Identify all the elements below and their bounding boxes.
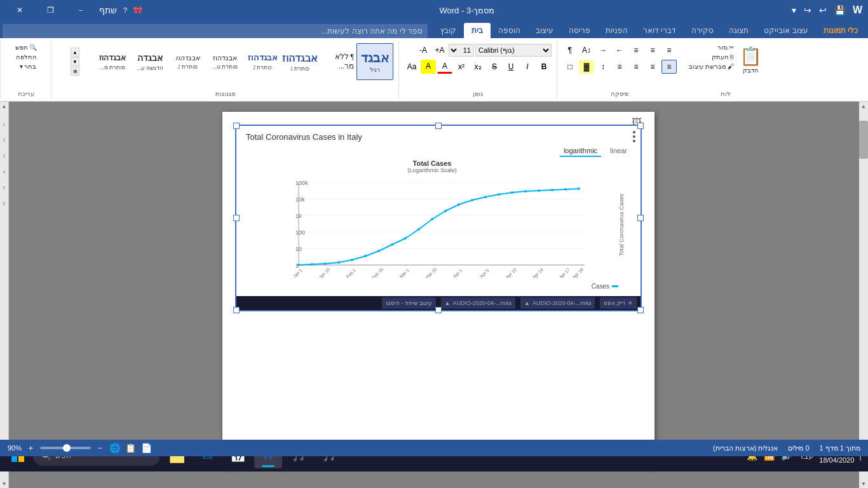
find-button[interactable]: 🔍חפש — [13, 43, 39, 51]
paste-button[interactable]: 📋 הדבק — [737, 43, 764, 76]
chart-container[interactable]: Total Coronavirus Cases in Italy linear … — [235, 125, 642, 311]
style-heading2[interactable]: אבגדהוז כותרת 2 — [244, 43, 281, 80]
close-button[interactable]: ✕ — [5, 0, 34, 20]
ribbon-toggle-button[interactable]: 🎀 — [131, 0, 145, 20]
style-subtitle[interactable]: אבגדהוז סותרת 2 — [169, 43, 206, 80]
save-button[interactable]: 💾 — [832, 4, 848, 17]
tab-mailings[interactable]: דברי דואר — [635, 23, 684, 38]
font-grow-button[interactable]: A+ — [432, 43, 447, 57]
indent-less-button[interactable]: ← — [612, 43, 627, 57]
svg-point-30 — [511, 191, 513, 194]
share-button[interactable]: שתף — [97, 0, 119, 20]
replace-button[interactable]: החלפה — [13, 53, 39, 61]
borders-button[interactable]: □ — [562, 60, 578, 74]
align-right-button[interactable]: ≡ — [661, 60, 677, 74]
indent-more-button[interactable]: → — [595, 43, 611, 57]
ruler-up[interactable]: ▲ — [0, 102, 9, 111]
styles-expand[interactable]: ⊞ — [71, 67, 79, 76]
view-web-button[interactable]: 🌐 — [109, 443, 120, 453]
style-bold[interactable]: אבגדה הדגשה ע... — [132, 43, 168, 80]
font-size-select[interactable]: 11 — [449, 44, 474, 57]
highlight-button[interactable]: A — [421, 60, 436, 74]
chart-tab-logarithmic[interactable]: logarithmic — [560, 146, 601, 157]
customize-qa-button[interactable]: ▾ — [789, 4, 799, 17]
tab-insert[interactable]: הוספה — [491, 23, 528, 38]
tab-file[interactable]: קובץ — [433, 23, 464, 38]
tell-me-input[interactable] — [3, 24, 428, 38]
bullets-button[interactable]: ≡ — [661, 43, 677, 57]
ribbon-group-font: Calibri (גוף) 11 A+ A- B I U S x₂ x² A — [398, 41, 557, 98]
clear-format-button[interactable]: Aa — [404, 60, 419, 74]
handle-top-middle[interactable] — [435, 123, 442, 129]
svg-text:10k: 10k — [295, 196, 305, 203]
superscript-button[interactable]: x² — [454, 60, 469, 74]
view-reading-button[interactable]: 📋 — [125, 443, 136, 453]
shading-button[interactable]: ▓ — [579, 60, 594, 74]
cut-button[interactable]: ✂ גזור — [687, 43, 736, 51]
zoom-out-button[interactable]: － — [96, 442, 104, 454]
align-center-button[interactable]: ≡ — [645, 60, 660, 74]
handle-top-left[interactable] — [233, 123, 240, 129]
scroll-thumb[interactable] — [859, 121, 868, 159]
format-painter-button[interactable]: 🖌 מברשת עיצוב — [687, 62, 736, 71]
handle-bottom-middle[interactable] — [435, 307, 442, 313]
style-no-space[interactable]: ¶ ללא מר... — [319, 43, 356, 80]
copy-button[interactable]: ⎘ העתק — [687, 53, 736, 61]
redo-button[interactable]: ↪ — [801, 4, 814, 17]
select-button[interactable]: בחר ▾ — [13, 62, 39, 71]
zoom-slider[interactable] — [40, 447, 91, 449]
tab-picture-tools[interactable]: כלי תמונות — [816, 23, 865, 38]
tab-review[interactable]: סקירה — [684, 23, 721, 38]
multilevel-button[interactable]: ≡ — [628, 43, 644, 57]
context-menu-button[interactable] — [630, 128, 638, 145]
zoom-in-button[interactable]: ＋ — [27, 442, 35, 454]
style-normal1[interactable]: אבגד רגיל — [356, 43, 393, 80]
show-marks-button[interactable]: ¶ — [562, 43, 578, 57]
tab-design[interactable]: עיצוב — [528, 23, 561, 38]
tab-home[interactable]: בית — [464, 23, 491, 38]
undo-button[interactable]: ↩ — [817, 4, 829, 17]
font-shrink-button[interactable]: A- — [416, 43, 431, 57]
style-title[interactable]: אבגדהוז סותרת ט... — [207, 43, 243, 80]
handle-bottom-left[interactable] — [233, 307, 240, 313]
tab-view[interactable]: תצוגה — [721, 23, 756, 38]
tab-layout[interactable]: פריסה — [561, 23, 598, 38]
font-name-select[interactable]: Calibri (גוף) — [475, 44, 552, 57]
justify-button[interactable]: ≡ — [612, 60, 627, 74]
format-painter-icon: 🖌 — [728, 63, 734, 70]
text-color-button[interactable]: A — [437, 60, 452, 74]
italic-button[interactable]: I — [520, 60, 535, 74]
styles-scroll-down[interactable]: ▼ — [71, 57, 79, 66]
align-left-button[interactable]: ≡ — [628, 60, 644, 74]
restore-button[interactable]: ❐ — [36, 0, 65, 20]
bold-button[interactable]: B — [536, 60, 552, 74]
handle-top-right[interactable] — [637, 123, 644, 129]
line-spacing-button[interactable]: ↕ — [595, 60, 611, 74]
handle-middle-right[interactable] — [637, 215, 644, 221]
right-scrollbar[interactable]: ▲ ▼ — [859, 102, 868, 488]
style-heading1[interactable]: אבגדהוז כותרת 1 — [281, 43, 318, 80]
scroll-down-arrow[interactable]: ▼ — [859, 479, 868, 488]
word-count: 0 מילים — [788, 444, 809, 452]
handle-bottom-right[interactable] — [637, 307, 644, 313]
styles-scroll-up[interactable]: ▲ — [71, 48, 79, 57]
underline-button[interactable]: U — [503, 60, 519, 74]
style-heading3[interactable]: אבגדהוז סותרת מ... — [94, 43, 131, 80]
help-button[interactable]: ? — [121, 0, 130, 20]
svg-point-25 — [444, 210, 447, 212]
view-normal-button[interactable]: 📄 — [141, 443, 152, 453]
svg-point-20 — [377, 250, 380, 252]
numbering-button[interactable]: ≡ — [645, 43, 660, 57]
handle-middle-left[interactable] — [233, 215, 240, 221]
sort-button[interactable]: ↕A — [579, 43, 594, 57]
minimize-button[interactable]: － — [66, 0, 95, 20]
scroll-up-arrow[interactable]: ▲ — [859, 102, 868, 111]
tab-references[interactable]: הפניות — [598, 23, 635, 38]
svg-text:Apr 1: Apr 1 — [452, 268, 464, 278]
tab-format-object[interactable]: עצוב אובייקט — [756, 23, 815, 38]
subscript-button[interactable]: x₂ — [470, 60, 485, 74]
paragraph-row1: ≡ ≡ ≡ ← → ↕A ¶ — [562, 43, 677, 57]
chart-tab-linear[interactable]: linear — [606, 146, 631, 157]
ruler-down[interactable]: ▼ — [0, 479, 9, 488]
strikethrough-button[interactable]: S — [487, 60, 502, 74]
